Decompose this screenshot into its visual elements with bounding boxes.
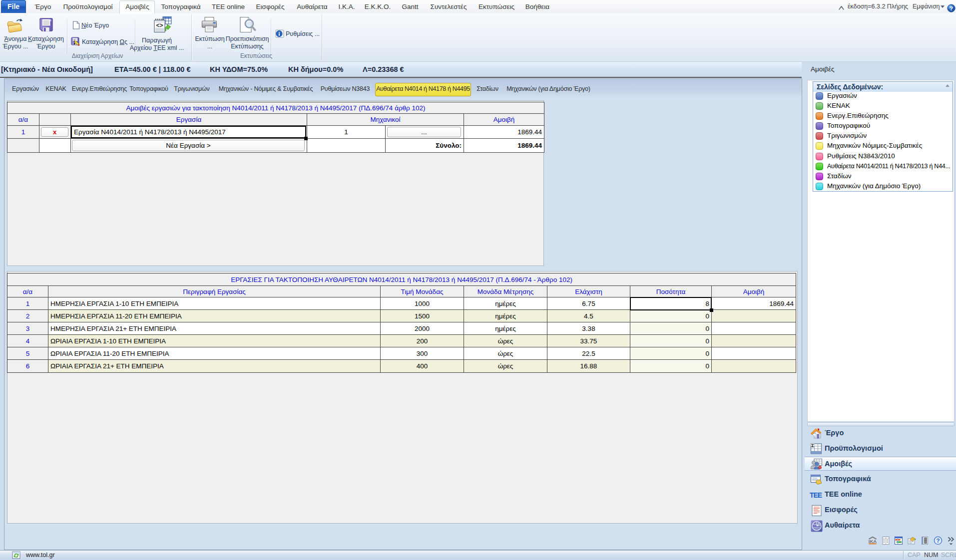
svg-text:Σ: Σ (811, 443, 814, 448)
svg-text:ΙΚΑ: ΙΚΑ (869, 539, 877, 544)
svg-text:ΤΕΕ: ΤΕΕ (810, 491, 822, 499)
svg-text:<>: <> (156, 22, 163, 29)
svg-text:?: ? (936, 538, 940, 544)
svg-text:?: ? (950, 5, 953, 11)
